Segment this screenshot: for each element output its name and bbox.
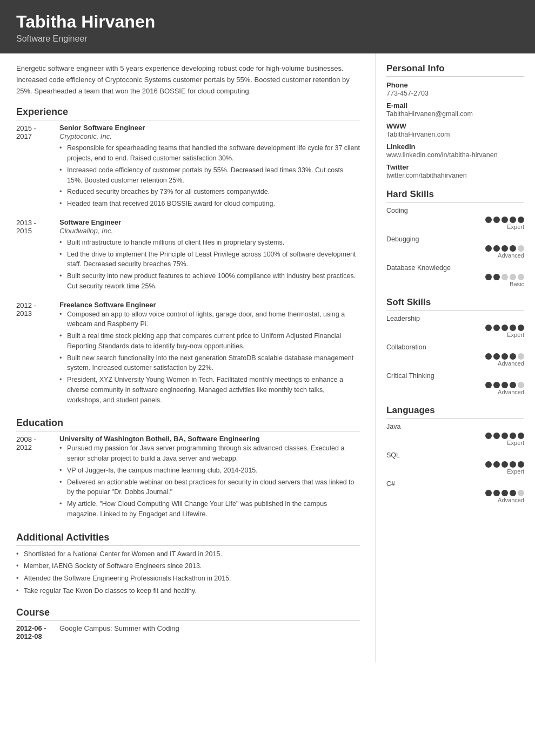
skill-dot <box>485 245 492 252</box>
skill-dot <box>510 217 516 223</box>
skill-level: Basic <box>386 281 524 287</box>
experience-item: 2013 -2015 Software Engineer Cloudwallop… <box>16 218 360 293</box>
additional-heading: Additional Activities <box>16 532 360 546</box>
skill-dot <box>510 274 516 280</box>
skill-level: Expert <box>386 224 524 230</box>
candidate-name: Tabitha Hirvanen <box>16 12 519 32</box>
skill-level: Advanced <box>386 252 524 259</box>
soft-skills-list: Leadership Expert Collaboration Advanced… <box>386 315 524 395</box>
personal-info-heading: Personal Info <box>386 63 524 77</box>
exp-content: Senior Software Engineer Cryptoconic, In… <box>59 124 360 211</box>
skill-dot <box>501 217 508 223</box>
exp-bullet: Composed an app to allow voice control o… <box>59 309 360 330</box>
skill-dots <box>386 382 524 388</box>
skill-dot <box>510 433 516 439</box>
skill-dot <box>501 433 508 439</box>
skill-dots <box>386 353 524 360</box>
skill-name: Java <box>386 423 524 430</box>
exp-content: Software Engineer Cloudwallop, Inc. Buil… <box>59 218 360 293</box>
exp-date: 2008 -2012 <box>16 435 59 521</box>
skill-dot <box>493 274 500 280</box>
additional-item: Attended the Software Engineering Profes… <box>16 573 360 584</box>
phone-label: Phone <box>386 81 524 89</box>
additional-item: Member, IAENG Society of Software Engine… <box>16 561 360 571</box>
languages-list: Java Expert SQL Expert C# Advanced <box>386 423 524 503</box>
skill-dot <box>485 490 492 496</box>
skill-level: Expert <box>386 332 524 338</box>
skill-dots <box>386 490 524 496</box>
languages-heading: Languages <box>386 405 524 418</box>
skill-name: Coding <box>386 207 524 214</box>
exp-bullet: President, XYZ University Young Women in… <box>59 375 360 405</box>
experience-heading: Experience <box>16 106 360 120</box>
course-heading: Course <box>16 607 360 621</box>
skill-dots <box>386 461 524 468</box>
exp-content: Freelance Software Engineer Composed an … <box>59 301 360 407</box>
header: Tabitha Hirvanen Software Engineer <box>0 0 535 53</box>
skill-dot <box>510 245 516 252</box>
course-date: 2012-06 -2012-08 <box>16 624 59 640</box>
skill-dot <box>510 382 516 388</box>
exp-company: Cryptoconic, Inc. <box>59 132 360 140</box>
exp-bullet: VP of Jugger-Is, the campus machine lear… <box>59 465 360 476</box>
twitter-value: twitter.com/tabithahirvanen <box>386 172 524 179</box>
skill-dot <box>501 490 508 496</box>
additional-list: Shortlisted for a National Center for Wo… <box>16 549 360 596</box>
skill-item: Java Expert <box>386 423 524 446</box>
hard-skills-section: Hard Skills Coding Expert Debugging Adva… <box>386 189 524 287</box>
skill-dot <box>518 490 524 496</box>
skill-dot <box>501 353 508 360</box>
skill-dot <box>493 382 500 388</box>
skill-level: Advanced <box>386 497 524 503</box>
skill-dot <box>485 274 492 280</box>
skill-name: Debugging <box>386 235 524 243</box>
skill-dot <box>501 245 508 252</box>
exp-title: University of Washington Bothell, BA, So… <box>59 435 360 443</box>
skill-level: Expert <box>386 440 524 446</box>
skill-dot <box>501 325 508 331</box>
skill-item: Leadership Expert <box>386 315 524 338</box>
experience-section: Experience 2015 -2017 Senior Software En… <box>16 106 360 407</box>
education-list: 2008 -2012 University of Washington Both… <box>16 435 360 521</box>
exp-bullet: Reduced security breaches by 73% for all… <box>59 187 360 197</box>
skill-dot <box>518 217 524 223</box>
skill-name: Leadership <box>386 315 524 322</box>
skill-item: SQL Expert <box>386 451 524 475</box>
skill-name: SQL <box>386 451 524 459</box>
skill-name: Critical Thinking <box>386 372 524 380</box>
skill-dot <box>518 274 524 280</box>
skill-item: Database Knowledge Basic <box>386 264 524 287</box>
course-item: 2012-06 -2012-08 Google Campus: Summer w… <box>16 624 360 640</box>
exp-bullet: Pursued my passion for Java server progr… <box>59 443 360 464</box>
skill-dot <box>501 274 508 280</box>
skill-item: C# Advanced <box>386 480 524 503</box>
twitter-label: Twitter <box>386 163 524 171</box>
experience-list: 2015 -2017 Senior Software Engineer Cryp… <box>16 124 360 407</box>
exp-content: University of Washington Bothell, BA, So… <box>59 435 360 521</box>
right-column: Personal Info Phone 773-457-2703 E-mail … <box>376 53 535 524</box>
skill-item: Debugging Advanced <box>386 235 524 259</box>
skill-item: Critical Thinking Advanced <box>386 372 524 395</box>
skill-dot <box>485 382 492 388</box>
exp-bullet: Built security into new product features… <box>59 271 360 292</box>
www-value: TabithaHirvanen.com <box>386 131 524 138</box>
experience-item: 2008 -2012 University of Washington Both… <box>16 435 360 521</box>
soft-skills-heading: Soft Skills <box>386 297 524 310</box>
www-label: WWW <box>386 122 524 130</box>
exp-bullet: Built new search functionality into the … <box>59 353 360 374</box>
skill-dot <box>518 325 524 331</box>
education-heading: Education <box>16 417 360 431</box>
skill-name: C# <box>386 480 524 488</box>
skill-dot <box>493 245 500 252</box>
skill-dot <box>501 461 508 468</box>
exp-bullet: Delivered an actionable webinar on best … <box>59 477 360 498</box>
skill-item: Collaboration Advanced <box>386 343 524 367</box>
skill-dot <box>510 490 516 496</box>
skill-level: Expert <box>386 468 524 475</box>
skill-name: Database Knowledge <box>386 264 524 272</box>
course-list: 2012-06 -2012-08 Google Campus: Summer w… <box>16 624 360 640</box>
skill-dot <box>493 353 500 360</box>
skill-dots <box>386 325 524 331</box>
exp-date: 2015 -2017 <box>16 124 59 211</box>
exp-date: 2012 -2013 <box>16 301 59 407</box>
